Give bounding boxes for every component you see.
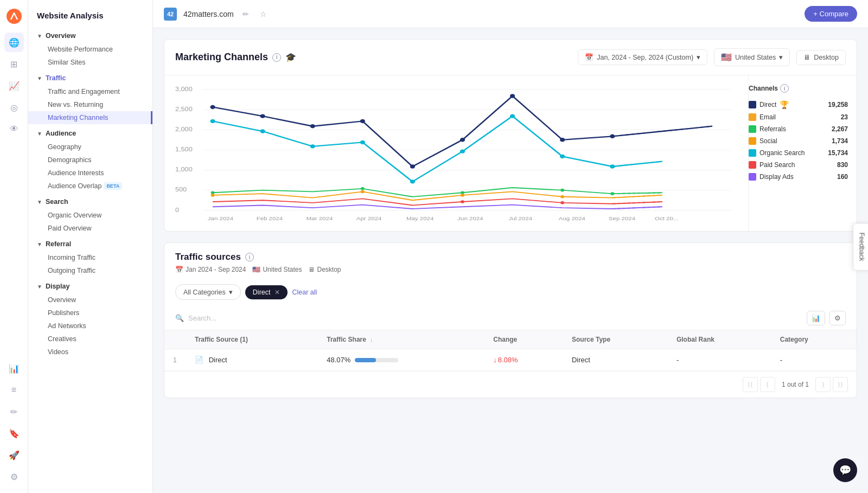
nav-icon-target[interactable]: ◎ [4, 98, 24, 117]
sidebar-item-audience-interests[interactable]: Audience Interests [28, 167, 152, 180]
svg-point-47 [461, 200, 464, 203]
col-change[interactable]: Change [484, 330, 563, 349]
sidebar-item-organic-overview[interactable]: Organic Overview [28, 209, 152, 222]
main-content: 42 42matters.com ✏ ☆ + Compare Marketing… [153, 0, 868, 493]
sidebar-item-publishers[interactable]: Publishers [28, 306, 152, 319]
svg-line-49 [612, 202, 662, 204]
legend-info-icon[interactable]: i [780, 84, 789, 93]
nav-section-referral-label: Referral [46, 240, 71, 248]
svg-text:0: 0 [175, 207, 179, 213]
svg-point-43 [361, 190, 365, 194]
sidebar-item-creatives[interactable]: Creatives [28, 332, 152, 345]
nav-section-display-label: Display [46, 283, 69, 290]
col-rank [164, 330, 186, 349]
desktop-icon: 🖥 [803, 54, 810, 61]
col-source-type[interactable]: Source Type [563, 330, 668, 349]
all-categories-filter[interactable]: All Categories ▾ [175, 284, 241, 300]
svg-text:Mar 2024: Mar 2024 [307, 216, 333, 221]
sidebar-item-demographics[interactable]: Demographics [28, 153, 152, 167]
col-global-rank[interactable]: Global Rank [668, 330, 771, 349]
table-actions: 📊 ⚙ [807, 311, 846, 325]
col-category[interactable]: Category [771, 330, 857, 349]
date-range-picker[interactable]: 📅 Jan, 2024 - Sep, 2024 (Custom) ▾ [578, 49, 707, 65]
page-body: Marketing Channels i 🎓 📅 Jan, 2024 - Sep… [153, 28, 868, 493]
page-first-button[interactable]: ⟨⟨ [743, 377, 758, 392]
sidebar-item-website-performance[interactable]: Website Performance [28, 43, 152, 56]
nav-icon-bar-chart[interactable]: 📊 [4, 358, 24, 378]
svg-point-17 [310, 124, 315, 128]
nav-section-overview-header[interactable]: ▼ Overview [28, 29, 152, 43]
nav-icon-globe[interactable]: 🌐 [4, 33, 24, 52]
sidebar-item-traffic-engagement[interactable]: Traffic and Engagement [28, 85, 152, 98]
page-info: 1 out of 1 [777, 381, 813, 388]
legend-item-referrals[interactable]: Referrals 2,267 [749, 123, 848, 135]
traffic-info-icon[interactable]: i [245, 253, 254, 261]
page-prev-button[interactable]: ⟨ [760, 377, 775, 392]
nav-section-display-header[interactable]: ▼ Display [28, 279, 152, 293]
nav-section-traffic-label: Traffic [46, 74, 66, 82]
sidebar-item-audience-overlap[interactable]: Audience Overlap BETA [28, 180, 152, 193]
info-icon[interactable]: i [272, 53, 281, 62]
nav-icon-edit[interactable]: ✏ [4, 402, 24, 421]
nav-icon-chart[interactable]: 📈 [4, 76, 24, 95]
chat-button[interactable]: 💬 [833, 458, 857, 482]
export-excel-button[interactable]: 📊 [807, 311, 825, 325]
nav-section-audience-header[interactable]: ▼ Audience [28, 126, 152, 140]
edit-url-button[interactable]: ✏ [240, 8, 251, 21]
nav-icon-eye[interactable]: 👁 [4, 119, 24, 139]
feedback-tab[interactable]: Feedback [853, 223, 868, 270]
app-logo[interactable] [4, 7, 24, 26]
legend-item-social[interactable]: Social 1,734 [749, 135, 848, 147]
sidebar-item-geography[interactable]: Geography [28, 140, 152, 153]
nav-icon-grid[interactable]: ⊞ [4, 54, 24, 74]
svg-line-50 [612, 207, 662, 209]
page-next-button[interactable]: ⟩ [815, 377, 831, 392]
nav-section-referral-header[interactable]: ▼ Referral [28, 237, 152, 251]
legend-item-paid-search[interactable]: Paid Search 830 [749, 159, 848, 171]
sidebar-item-marketing-channels[interactable]: Marketing Channels [28, 111, 152, 124]
country-picker[interactable]: 🇺🇸 United States ▾ [714, 48, 790, 66]
sidebar-item-outgoing-traffic[interactable]: Outgoing Traffic [28, 264, 152, 277]
table-header: Traffic Source (1) Traffic Share ↓ Chang… [164, 330, 857, 349]
table-row: 1 📄 Direct 48.07% [164, 349, 857, 371]
row-category: - [771, 349, 857, 371]
row-source-type: Direct [563, 349, 668, 371]
svg-text:2,000: 2,000 [175, 126, 193, 132]
sidebar-item-incoming-traffic[interactable]: Incoming Traffic [28, 251, 152, 264]
search-input[interactable] [188, 314, 297, 322]
sidebar-item-videos[interactable]: Videos [28, 345, 152, 358]
legend-item-display-ads[interactable]: Display Ads 160 [749, 171, 848, 183]
nav-section-display: ▼ Display Overview Publishers Ad Network… [28, 279, 152, 358]
nav-icon-list[interactable]: ≡ [4, 380, 24, 400]
col-source[interactable]: Traffic Source (1) [186, 330, 318, 349]
sidebar-item-display-overview[interactable]: Overview [28, 293, 152, 306]
nav-section-traffic-header[interactable]: ▼ Traffic [28, 71, 152, 85]
sidebar-item-ad-networks[interactable]: Ad Networks [28, 319, 152, 332]
beta-badge: BETA [104, 182, 122, 190]
legend-item-organic-search[interactable]: Organic Search 15,734 [749, 147, 848, 159]
share-icon[interactable]: 🎓 [285, 52, 296, 62]
col-traffic-share[interactable]: Traffic Share ↓ [318, 330, 484, 349]
nav-section-search-header[interactable]: ▼ Search [28, 195, 152, 209]
sidebar-item-paid-overview[interactable]: Paid Overview [28, 222, 152, 235]
nav-icon-settings[interactable]: ⚙ [4, 467, 24, 486]
sidebar-item-new-returning[interactable]: New vs. Returning [28, 98, 152, 111]
favorite-button[interactable]: ☆ [258, 8, 269, 21]
legend-item-direct[interactable]: Direct 🏆 19,258 [749, 98, 848, 111]
excel-icon: 📊 [812, 314, 820, 322]
settings-columns-button[interactable]: ⚙ [829, 311, 846, 325]
nav-sidebar: Website Analysis ▼ Overview Website Perf… [28, 0, 153, 493]
svg-point-20 [460, 138, 465, 142]
legend-item-email[interactable]: Email 23 [749, 111, 848, 123]
remove-filter-icon[interactable]: ✕ [275, 289, 280, 296]
device-picker[interactable]: 🖥 Desktop [796, 50, 846, 65]
nav-icon-rocket[interactable]: 🚀 [4, 445, 24, 465]
page-last-button[interactable]: ⟩⟩ [833, 377, 848, 392]
svg-point-33 [560, 155, 565, 158]
nav-icon-bookmark[interactable]: 🔖 [4, 424, 24, 443]
clear-all-button[interactable]: Clear all [292, 289, 317, 296]
sidebar-item-similar-sites[interactable]: Similar Sites [28, 56, 152, 69]
direct-filter-active[interactable]: Direct ✕ [245, 285, 288, 299]
compare-button[interactable]: + Compare [805, 6, 857, 22]
search-icon: 🔍 [175, 314, 184, 322]
